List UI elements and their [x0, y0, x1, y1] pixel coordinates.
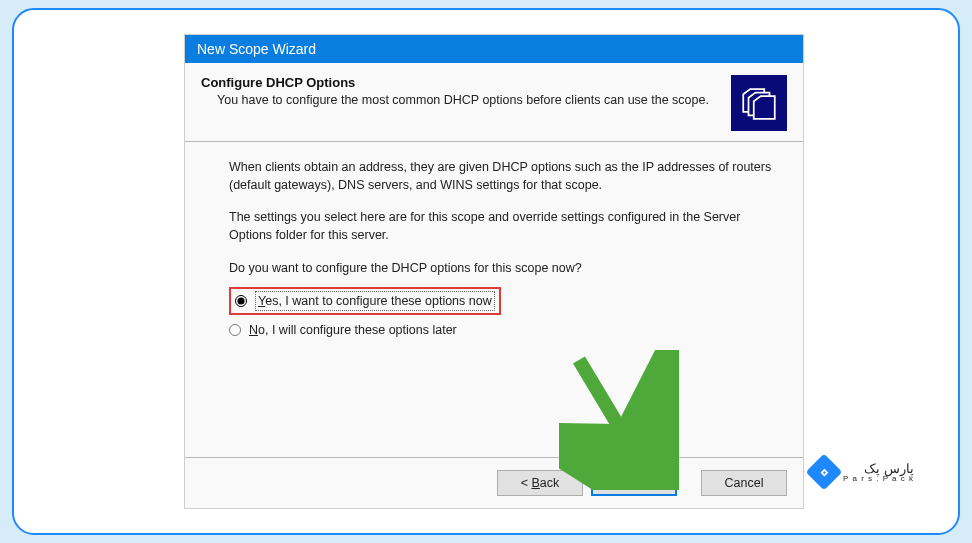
watermark-logo: ⋄ پارس پک P a r s . P a c k — [805, 455, 920, 489]
radio-yes[interactable] — [235, 295, 247, 307]
dialog-titlebar: New Scope Wizard — [185, 35, 803, 63]
next-button[interactable]: Next > — [591, 470, 677, 496]
radio-no[interactable] — [229, 324, 241, 336]
radio-no-row[interactable]: No, I will configure these options later — [229, 321, 773, 339]
highlight-annotation: Yes, I want to configure these options n… — [229, 287, 501, 315]
radio-yes-row[interactable]: Yes, I want to configure these options n… — [229, 287, 773, 315]
header-title: Configure DHCP Options — [201, 75, 719, 90]
radio-yes-label: Yes, I want to configure these options n… — [255, 291, 495, 311]
watermark-icon: ⋄ — [806, 454, 843, 491]
dialog-footer: < Back Next > Cancel — [185, 458, 803, 508]
dialog-title: New Scope Wizard — [197, 41, 316, 57]
body-para-2: The settings you select here are for thi… — [229, 208, 773, 244]
body-para-1: When clients obtain an address, they are… — [229, 158, 773, 194]
folders-icon — [731, 75, 787, 131]
body-question: Do you want to configure the DHCP option… — [229, 259, 773, 277]
dialog-body: When clients obtain an address, they are… — [185, 142, 803, 457]
page-frame: New Scope Wizard Configure DHCP Options … — [12, 8, 960, 535]
watermark-text: پارس پک P a r s . P a c k — [843, 462, 914, 483]
dialog-header: Configure DHCP Options You have to confi… — [185, 63, 803, 142]
header-text: Configure DHCP Options You have to confi… — [201, 75, 719, 109]
header-subtitle: You have to configure the most common DH… — [201, 92, 719, 109]
cancel-button[interactable]: Cancel — [701, 470, 787, 496]
new-scope-wizard-dialog: New Scope Wizard Configure DHCP Options … — [184, 34, 804, 509]
spacer — [229, 345, 773, 445]
radio-no-label: No, I will configure these options later — [249, 321, 457, 339]
back-button[interactable]: < Back — [497, 470, 583, 496]
